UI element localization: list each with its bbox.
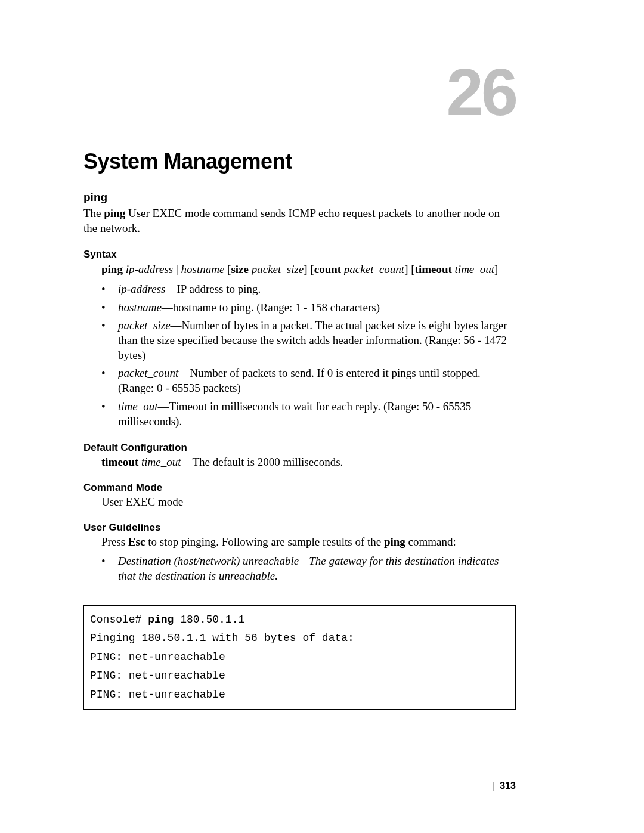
kw-timeout: timeout [101,456,138,468]
param-item: packet_size—Number of bytes in a packet.… [101,318,516,363]
guideline-text: Destination (host/network) unreachable—T… [118,555,499,582]
default-config-text: timeout time_out—The default is 2000 mil… [83,455,516,470]
kw-ping: ping [101,263,126,275]
chapter-number: 26 [446,54,516,131]
chapter-title: System Management [83,149,516,174]
user-guidelines-text: Press Esc to stop pinging. Following are… [83,535,516,550]
kw-size: size [231,263,249,275]
command-name-heading: ping [83,191,516,204]
bracket: ] [494,263,498,275]
page-number: 313 [500,781,516,791]
param-desc: —Timeout in milliseconds to wait for eac… [118,400,471,428]
key-esc: Esc [128,535,145,548]
param-item: time_out—Timeout in milliseconds to wait… [101,400,516,429]
arg-time-out: time_out [455,263,495,275]
page-footer: |313 [493,781,516,791]
command-description: The ping User EXEC mode command sends IC… [83,206,516,236]
param-name: packet_count [118,367,178,379]
arg-packet-size: packet_size [252,263,304,275]
text: Press [101,535,128,548]
kw-count: count [314,263,341,275]
param-name: ip-address [118,283,166,295]
bracket: ] [ [404,263,414,275]
param-name: hostname [118,301,162,314]
console-args: 180.50.1.1 [174,614,244,625]
arg-hostname: hostname [181,263,225,275]
console-line: PING: net-unreachable [90,670,225,682]
cmd-ping: ping [384,535,405,548]
text: The [83,207,104,219]
command-bold: ping [104,207,125,219]
param-list: ip-address—IP address to ping. hostname—… [83,282,516,429]
console-cmd: ping [148,614,174,625]
param-item: ip-address—IP address to ping. [101,282,516,297]
console-line: PING: net-unreachable [90,689,225,701]
pipe: | [173,263,181,275]
kw-timeout: timeout [415,263,452,275]
param-desc: —hostname to ping. (Range: 1 - 158 chara… [162,301,380,314]
text: command: [405,535,456,548]
bracket: [ [224,263,231,275]
param-item: hostname—hostname to ping. (Range: 1 - 1… [101,301,516,315]
arg-ip: ip-address [126,263,174,275]
param-desc: —IP address to ping. [166,283,261,295]
text: —The default is 2000 milliseconds. [181,456,343,468]
footer-divider: | [493,781,495,791]
document-page: 26 System Management ping The ping User … [0,0,644,833]
param-name: time_out [118,400,158,413]
console-line: Pinging 180.50.1.1 with 56 bytes of data… [90,632,354,644]
console-line: PING: net-unreachable [90,651,225,663]
console-prompt: Console# [90,614,148,625]
text: to stop pinging. Following are sample re… [145,535,384,548]
default-config-heading: Default Configuration [83,442,516,454]
console-output: Console# ping 180.50.1.1 Pinging 180.50.… [83,605,516,710]
page-content: System Management ping The ping User EXE… [83,149,516,710]
guideline-list: Destination (host/network) unreachable—T… [83,554,516,583]
arg-time-out: time_out [141,456,181,468]
param-name: packet_size [118,319,171,332]
param-desc: —Number of bytes in a packet. The actual… [118,319,507,361]
arg-packet-count: packet_count [344,263,404,275]
user-guidelines-heading: User Guidelines [83,522,516,534]
syntax-line: ping ip-address | hostname [size packet_… [101,262,516,277]
command-mode-heading: Command Mode [83,482,516,494]
text: User EXEC mode command sends ICMP echo r… [83,207,500,234]
command-mode-text: User EXEC mode [83,495,516,510]
bracket: ] [ [304,263,314,275]
syntax-heading: Syntax [83,249,516,261]
guideline-item: Destination (host/network) unreachable—T… [101,554,516,583]
param-item: packet_count—Number of packets to send. … [101,366,516,395]
